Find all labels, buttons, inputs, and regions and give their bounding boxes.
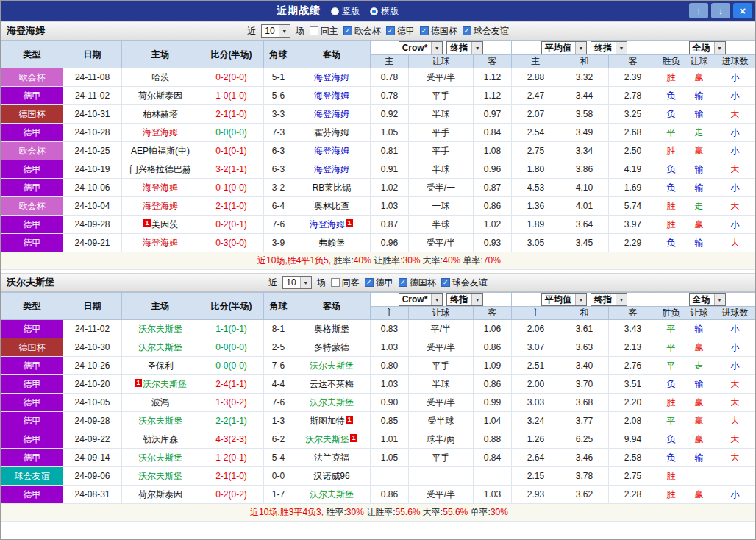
team-name: 沃尔夫斯堡 — [138, 416, 182, 426]
summary-row: 近10场,胜4平1负5, 胜率:40% 让胜率:30% 大率:40% 单率:70… — [1, 252, 756, 270]
eu-stage-select[interactable]: 终指▼ — [591, 41, 627, 54]
layout-radio-horizontal[interactable]: 横版 — [370, 5, 399, 18]
odds-stage-select[interactable]: 终指▼ — [446, 41, 483, 54]
cell-date: 24-10-31 — [63, 105, 122, 124]
table-row: 德国杯24-10-30沃尔夫斯堡0-0(0-0)2-5多特蒙德1.03受平/半0… — [1, 338, 756, 357]
cell-result-goals: 小 — [713, 87, 756, 105]
cell-eu-home: 3.24 — [512, 412, 560, 430]
matches-label: 场 — [296, 25, 304, 38]
cell-result-handicap: 输 — [685, 105, 713, 124]
league-filter-checkbox[interactable]: ✓球会友谊 — [463, 25, 509, 38]
cell-ah-away: 0.87 — [474, 179, 512, 197]
league-filter-checkbox[interactable]: ✓球会友谊 — [441, 277, 488, 289]
cell-away-team: 海登海姆 — [293, 105, 371, 124]
odds-source-select[interactable]: Crow*▼ — [399, 41, 443, 54]
scope-select-value: 全场 — [693, 42, 710, 54]
cell-ah-line: 平手 — [409, 142, 474, 160]
league-filter-checkbox[interactable]: ✓德甲 — [365, 277, 393, 289]
cell-ah-away: 1.02 — [474, 216, 512, 234]
column-header: 类型 — [1, 41, 63, 68]
cell-result-handicap: 输 — [685, 179, 713, 197]
recent-count-select[interactable]: 10▼ — [261, 24, 290, 38]
eu-source-select[interactable]: 平均值▼ — [541, 41, 587, 54]
league-filter-checkbox[interactable]: ✓德甲 — [386, 25, 415, 38]
league-filter-checkbox[interactable]: ✓德国杯 — [420, 25, 457, 38]
cell-type: 德甲 — [1, 375, 63, 394]
odds-source-select[interactable]: Crow*▼ — [399, 293, 443, 306]
cell-ah-line: 受平/半 — [409, 486, 474, 504]
cell-eu-away: 2.68 — [609, 124, 657, 142]
cell-ah-line: 一球 — [409, 197, 474, 216]
cell-date: 24-09-14 — [63, 449, 122, 467]
cell-score: 0-1(0-1) — [199, 142, 264, 160]
cell-ah-line: 受半/一 — [409, 179, 474, 197]
cell-result-wdl: 平 — [657, 124, 685, 142]
scope-select[interactable]: 全场▼ — [689, 41, 726, 54]
titlebar-buttons: ↑ ↓ × — [689, 3, 752, 18]
move-down-button[interactable]: ↓ — [711, 3, 730, 18]
cell-type: 德甲 — [1, 412, 63, 430]
cell-eu-draw: 3.61 — [560, 320, 609, 338]
cell-date: 24-10-30 — [63, 338, 122, 357]
cell-away-team: 法兰克福 — [293, 449, 371, 467]
cell-result-goals: 大 — [713, 234, 756, 252]
cell-eu-away: 3.25 — [609, 105, 657, 124]
team-name: 海登海姆 — [314, 109, 349, 119]
table-row: 德甲24-09-22勒沃库森4-3(2-3)6-2沃尔夫斯堡11.01球半/两0… — [1, 430, 756, 449]
league-filter-checkbox-label: 德国杯 — [410, 277, 436, 289]
cell-eu-draw: 3.68 — [560, 394, 609, 412]
cell-eu-draw: 3.32 — [560, 68, 609, 87]
same-venue-checkbox-label: 同客 — [342, 277, 360, 289]
cell-type: 德甲 — [1, 486, 63, 504]
team-name: 汉诺威96 — [313, 471, 349, 481]
sub-column-header: 进球数 — [713, 55, 756, 68]
cell-ah-away: 1.04 — [474, 412, 512, 430]
cell-type: 欧会杯 — [1, 197, 63, 216]
summary-segment: 30% — [491, 507, 508, 517]
cell-score: 0-2(0-0) — [199, 68, 264, 87]
team-name: 海登海姆 — [143, 201, 178, 211]
team-name: 柏林赫塔 — [143, 109, 178, 119]
cell-score: 1-2(0-1) — [199, 449, 264, 467]
odds-stage-select[interactable]: 终指▼ — [446, 293, 483, 306]
table-row: 德甲24-10-26圣保利0-0(0-0)7-6沃尔夫斯堡0.80平手1.092… — [1, 357, 756, 375]
column-header: 主场 — [122, 293, 199, 320]
cell-date: 24-09-21 — [63, 234, 122, 252]
eu-source-select[interactable]: 平均值▼ — [541, 293, 587, 306]
cell-ah-home: 1.05 — [371, 124, 409, 142]
cell-result-wdl: 胜 — [657, 142, 685, 160]
league-filter-checkbox[interactable]: ✓欧会杯 — [343, 25, 381, 38]
cell-eu-home: 1.89 — [512, 216, 560, 234]
cell-ah-away: 0.84 — [474, 449, 512, 467]
cell-ah-home: 1.05 — [371, 449, 409, 467]
cell-home-team: AEP帕福斯(中) — [122, 142, 199, 160]
league-filter-checkbox[interactable]: ✓德国杯 — [399, 277, 436, 289]
cell-ah-line: 受平/半 — [409, 338, 474, 357]
cell-ah-line: 受平/半 — [409, 234, 474, 252]
same-venue-checkbox[interactable]: 同主 — [310, 25, 338, 38]
same-venue-checkbox[interactable]: 同客 — [331, 277, 360, 289]
cell-ah-home: 1.01 — [371, 430, 409, 449]
sub-column-header: 让球 — [685, 55, 713, 68]
eu-stage-select[interactable]: 终指▼ — [591, 293, 627, 306]
cell-result-wdl: 平 — [657, 412, 685, 430]
cell-ah-away: 0.86 — [474, 197, 512, 216]
team-name: 海登海姆 — [310, 219, 345, 230]
cell-result-goals: 小 — [713, 142, 756, 160]
recent-count-select[interactable]: 10▼ — [282, 276, 311, 289]
move-up-button[interactable]: ↑ — [689, 3, 708, 18]
close-button[interactable]: × — [733, 3, 752, 18]
cell-eu-home: 2.93 — [512, 486, 560, 504]
layout-radio-vertical[interactable]: 竖版 — [331, 5, 360, 18]
sub-column-header: 主 — [371, 307, 409, 320]
sub-column-header: 客 — [609, 307, 657, 320]
cell-result-wdl: 胜 — [657, 394, 685, 412]
column-header: 比分(半场) — [199, 41, 264, 68]
scope-select[interactable]: 全场▼ — [689, 293, 726, 306]
cell-result-goals: 大 — [713, 394, 756, 412]
sub-column-header: 和 — [560, 307, 609, 320]
cell-eu-home: 2.47 — [512, 87, 560, 105]
cell-ah-home — [371, 467, 409, 486]
cell-ah-line — [409, 467, 474, 486]
cell-result-handicap: 输 — [685, 320, 713, 338]
